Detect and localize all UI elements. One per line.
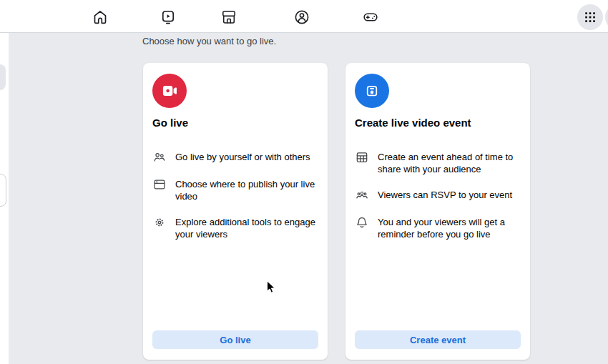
- edge-button-partial[interactable]: [605, 4, 608, 30]
- nav-tab-home[interactable]: [91, 8, 109, 26]
- feature-text: Viewers can RSVP to your event: [378, 189, 512, 202]
- video-camera-icon: [160, 82, 179, 100]
- feature-list: Go live by yourself or with others Choos…: [152, 151, 319, 240]
- live-setup-content: Choose how you want to go live. Go live …: [9, 33, 608, 364]
- feature-item: Go live by yourself or with others: [152, 151, 318, 164]
- nav-tab-watch[interactable]: [159, 8, 177, 26]
- page-subtitle: Choose how you want to go live.: [142, 36, 276, 46]
- sidebar-partial-item: [0, 64, 6, 90]
- gear-icon: [152, 215, 167, 230]
- apps-grid-icon: [582, 9, 598, 25]
- go-live-button[interactable]: Go live: [152, 330, 318, 349]
- feature-item: Choose where to publish your live video: [152, 178, 318, 202]
- feature-list: Create an event ahead of time to share w…: [354, 151, 521, 240]
- calendar-event-icon: [363, 82, 381, 100]
- watch-video-icon: [160, 9, 177, 26]
- card-title: Go live: [152, 116, 319, 129]
- feature-text: Explore additional tools to engage your …: [175, 216, 318, 240]
- feature-text: Create an event ahead of time to share w…: [378, 151, 520, 175]
- create-event-button[interactable]: Create event: [355, 330, 521, 349]
- feature-item: You and your viewers will get a reminder…: [355, 216, 520, 240]
- nav-tab-marketplace[interactable]: [220, 8, 238, 26]
- sidebar-partial-item: [0, 174, 6, 207]
- feature-item: Viewers can RSVP to your event: [355, 189, 520, 202]
- feature-text: Go live by yourself or with others: [175, 151, 310, 164]
- marketplace-icon: [220, 9, 237, 26]
- feature-item: Create an event ahead of time to share w…: [355, 151, 520, 175]
- people-icon: [152, 150, 167, 164]
- apps-menu-button[interactable]: [577, 4, 603, 30]
- nav-tab-groups[interactable]: [293, 8, 311, 26]
- video-camera-badge: [152, 74, 187, 108]
- publish-screen-icon: [152, 177, 167, 192]
- go-live-card: Go live Go live by yourself or with othe…: [143, 63, 328, 360]
- card-title: Create live video event: [355, 116, 521, 129]
- bell-icon: [355, 215, 369, 230]
- home-icon: [92, 9, 109, 26]
- facebook-live-setup-screen: Choose how you want to go live. Go live …: [0, 0, 608, 364]
- create-event-card: Create live video event Create an event …: [345, 63, 530, 360]
- feature-item: Explore additional tools to engage your …: [152, 216, 318, 240]
- calendar-grid-icon: [355, 150, 369, 164]
- nav-tab-gaming[interactable]: [361, 8, 380, 26]
- calendar-event-badge: [355, 74, 389, 108]
- groups-icon: [293, 9, 310, 26]
- mouse-cursor: [266, 280, 276, 297]
- top-navigation-bar: [0, 0, 608, 33]
- audience-icon: [355, 188, 369, 202]
- feature-text: Choose where to publish your live video: [175, 178, 318, 202]
- feature-text: You and your viewers will get a reminder…: [378, 216, 520, 240]
- gaming-icon: [362, 9, 379, 26]
